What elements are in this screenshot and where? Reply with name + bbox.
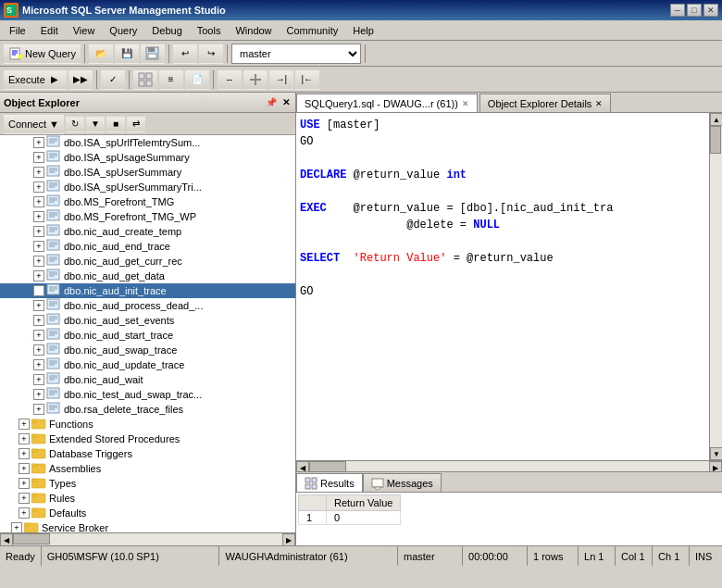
menu-debug[interactable]: Debug xyxy=(144,23,189,38)
save-button[interactable]: 💾 xyxy=(115,44,139,64)
menu-view[interactable]: View xyxy=(66,23,103,38)
refresh-button[interactable]: ↻ xyxy=(66,116,84,132)
debug-button[interactable]: ▶▶ xyxy=(68,69,93,90)
tree-expand-11[interactable]: + xyxy=(33,300,44,311)
sync-button[interactable]: ⇄ xyxy=(127,116,145,132)
obj-details-close[interactable]: ✕ xyxy=(595,99,603,108)
scroll-track[interactable] xyxy=(13,533,282,545)
open-file-button[interactable]: 📂 xyxy=(89,44,113,64)
tree-expand-6[interactable]: + xyxy=(33,226,44,237)
tree-item-12[interactable]: +dbo.nic_aud_set_events xyxy=(0,313,295,328)
tree-expand-14[interactable]: + xyxy=(33,344,44,356)
tree-item-26[interactable]: +Service Broker xyxy=(0,520,295,532)
tree-item-23[interactable]: +Types xyxy=(0,476,295,491)
tree-item-21[interactable]: +Database Triggers xyxy=(0,446,295,461)
sql-hscroll-track[interactable] xyxy=(309,461,709,471)
filter-button[interactable]: ▼ xyxy=(86,116,105,132)
tree-item-9[interactable]: +dbo.nic_aud_get_data xyxy=(0,269,295,283)
tree-item-18[interactable]: +dbo.rsa_delete_trace_files xyxy=(0,402,295,417)
execute-button[interactable]: Execute ▶ xyxy=(4,69,67,90)
tree-expand-23[interactable]: + xyxy=(19,478,30,489)
results-file-button[interactable]: 📄 xyxy=(185,69,209,90)
uncomment-button[interactable] xyxy=(243,69,268,90)
tree-expand-1[interactable]: + xyxy=(33,152,44,163)
tree-expand-5[interactable]: + xyxy=(33,211,44,222)
close-panel-button[interactable]: ✕ xyxy=(280,97,292,107)
vscroll-track[interactable] xyxy=(710,126,722,447)
stop-button[interactable]: ■ xyxy=(106,116,125,132)
tree-expand-12[interactable]: + xyxy=(33,315,44,326)
undo-button[interactable]: ↩ xyxy=(173,44,197,64)
tree-expand-19[interactable]: + xyxy=(19,419,30,430)
tree-item-25[interactable]: +Defaults xyxy=(0,506,295,520)
close-button[interactable]: ✕ xyxy=(703,4,718,17)
query-tab-close[interactable]: ✕ xyxy=(462,99,469,108)
minimize-button[interactable]: ─ xyxy=(670,4,685,17)
menu-edit[interactable]: Edit xyxy=(33,23,66,38)
tree-item-16[interactable]: +dbo.nic_aud_wait xyxy=(0,372,295,387)
tree-item-2[interactable]: +dbo.ISA_spUserSummary xyxy=(0,165,295,180)
tree-item-22[interactable]: +Assemblies xyxy=(0,461,295,476)
scroll-left-arrow[interactable]: ◀ xyxy=(0,533,13,545)
tree-item-19[interactable]: +Functions xyxy=(0,417,295,432)
tree-item-5[interactable]: +dbo.MS_Forefront_TMG_WP xyxy=(0,209,295,224)
tree-expand-17[interactable]: + xyxy=(33,389,44,400)
tree-item-17[interactable]: +dbo.nic_test_aud_swap_trac... xyxy=(0,387,295,402)
tree-item-8[interactable]: +dbo.nic_aud_get_curr_rec xyxy=(0,254,295,269)
menu-query[interactable]: Query xyxy=(102,23,144,38)
tree-expand-2[interactable]: + xyxy=(33,167,44,178)
vscroll-thumb[interactable] xyxy=(710,126,721,154)
tree-item-4[interactable]: +dbo.MS_Forefront_TMG xyxy=(0,194,295,209)
tree-item-6[interactable]: +dbo.nic_aud_create_temp xyxy=(0,224,295,239)
tree-expand-24[interactable]: + xyxy=(19,493,30,504)
new-query-button[interactable]: New Query xyxy=(4,44,81,64)
results-tab-messages[interactable]: Messages xyxy=(363,473,442,492)
tree-item-1[interactable]: +dbo.ISA_spUsageSummary xyxy=(0,150,295,165)
tree-expand-22[interactable]: + xyxy=(19,463,30,474)
tree-expand-18[interactable]: + xyxy=(33,404,44,415)
vscroll-up[interactable]: ▲ xyxy=(710,113,722,126)
comment-button[interactable]: -- xyxy=(218,69,242,90)
save-all-button[interactable] xyxy=(141,44,165,64)
pin-button[interactable]: 📌 xyxy=(264,97,279,107)
tree-expand-3[interactable]: + xyxy=(33,181,44,193)
sql-hscroll[interactable]: ◀ ▶ xyxy=(296,460,722,471)
indent-button[interactable]: →| xyxy=(269,69,293,90)
tree-expand-0[interactable]: + xyxy=(33,137,44,148)
tree-item-24[interactable]: +Rules xyxy=(0,491,295,506)
scroll-right-arrow[interactable]: ▶ xyxy=(282,533,295,545)
tree-item-20[interactable]: +Extended Stored Procedures xyxy=(0,432,295,446)
maximize-button[interactable]: □ xyxy=(687,4,702,17)
tree-item-13[interactable]: +dbo.nic_aud_start_trace xyxy=(0,328,295,343)
tree-item-0[interactable]: +dbo.ISA_spUrlfTelemtrySum... xyxy=(0,135,295,150)
tree-expand-25[interactable]: + xyxy=(19,507,30,519)
tree-expand-15[interactable]: + xyxy=(33,359,44,370)
tree-expand-9[interactable]: + xyxy=(33,270,44,281)
database-selector[interactable]: master xyxy=(231,44,361,64)
tree-item-3[interactable]: +dbo.ISA_spUserSummaryTri... xyxy=(0,180,295,194)
sql-vscroll[interactable]: ▲ ▼ xyxy=(709,113,722,460)
query-tab-active[interactable]: SQLQuery1.sql - DWAUG...r (61)) ✕ xyxy=(296,94,478,112)
menu-tools[interactable]: Tools xyxy=(190,23,229,38)
connect-button[interactable]: Connect ▼ xyxy=(4,114,64,134)
results-grid-button[interactable] xyxy=(133,69,157,90)
menu-community[interactable]: Community xyxy=(280,23,346,38)
outdent-button[interactable]: |← xyxy=(295,69,319,90)
results-text-button[interactable]: ≡ xyxy=(159,69,183,90)
tree-item-15[interactable]: +dbo.nic_aud_update_trace xyxy=(0,357,295,372)
tree-expand-4[interactable]: + xyxy=(33,196,44,207)
parse-button[interactable]: ✓ xyxy=(101,69,125,90)
vscroll-down[interactable]: ▼ xyxy=(710,447,722,460)
scroll-thumb[interactable] xyxy=(13,533,50,544)
sql-editor[interactable]: USE [master] GO DECLARE @return_value in… xyxy=(296,113,709,460)
results-tab-results[interactable]: Results xyxy=(296,473,363,492)
tree-item-11[interactable]: +dbo.nic_aud_process_dead_... xyxy=(0,298,295,313)
tree-item-10[interactable]: +dbo.nic_aud_init_trace xyxy=(0,283,295,298)
tree-expand-13[interactable]: + xyxy=(33,330,44,341)
tree-expand-10[interactable]: + xyxy=(33,285,44,296)
object-details-tab[interactable]: Object Explorer Details ✕ xyxy=(479,94,612,112)
menu-window[interactable]: Window xyxy=(228,23,279,38)
tree-expand-26[interactable]: + xyxy=(11,522,22,532)
tree-expand-20[interactable]: + xyxy=(19,433,30,444)
menu-help[interactable]: Help xyxy=(345,23,381,38)
